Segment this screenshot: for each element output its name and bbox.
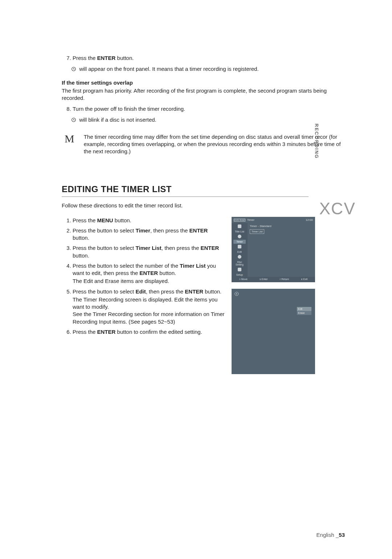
footer-page-number: 53 bbox=[339, 532, 345, 538]
overlap-para: The first program has priority. After re… bbox=[62, 87, 345, 102]
figure-edit-erase: Edit Erase bbox=[232, 289, 315, 374]
edit-icon bbox=[238, 245, 241, 248]
step-3: Press the button to select Timer List, t… bbox=[73, 244, 225, 259]
two-column-area: XCV Press the MENU button. Press the but… bbox=[62, 213, 345, 374]
dvd-ram-icon: DVD RAM bbox=[234, 219, 245, 222]
s2: Press the button to select Timer, then p… bbox=[73, 227, 208, 241]
fig1-body: Timer - Standard Timer List bbox=[248, 223, 315, 277]
t: button. bbox=[115, 55, 134, 61]
timer-icon bbox=[238, 235, 241, 238]
t: Turn the power off to finish the timer r… bbox=[73, 106, 185, 112]
fig1-body-label: Timer - Standard bbox=[250, 224, 313, 228]
footer-lang: English _ bbox=[317, 532, 339, 538]
hint: e Exit bbox=[301, 278, 308, 280]
svg-point-3 bbox=[236, 293, 237, 294]
figure-timer-menu: DVD RAM Timer 12:00 Title List Timer Edi… bbox=[232, 217, 315, 282]
section-heading: EDITING THE TIMER LIST bbox=[62, 184, 345, 194]
step-list-b: Turn the power off to finish the timer r… bbox=[62, 105, 345, 113]
t-bold: ENTER bbox=[97, 55, 116, 61]
step-5: Press the button to select Edit, then pr… bbox=[73, 288, 225, 325]
step-1: Press the MENU button. bbox=[73, 217, 225, 224]
menu-item-edit: Edit bbox=[297, 307, 311, 311]
clock-icon bbox=[71, 117, 76, 122]
note-text: The timer recording time may differ from… bbox=[84, 133, 345, 155]
side-item: Setup bbox=[233, 273, 246, 277]
s4: Press the button to select the number of… bbox=[73, 263, 216, 276]
side-item: Disc Setting bbox=[233, 260, 246, 267]
fig1-footer: > Move s Enter r Return e Exit bbox=[232, 277, 315, 282]
step-8-sub: will blink if a disc is not inserted. bbox=[71, 116, 345, 123]
hint: > Move bbox=[239, 278, 248, 280]
s4x: The Edit and Erase items are displayed. bbox=[73, 278, 225, 285]
step-4: Press the button to select the number of… bbox=[73, 262, 225, 285]
page-footer: English _53 bbox=[317, 532, 345, 538]
step-7: Press the ENTER button. bbox=[73, 54, 345, 62]
manual-page: RECORDING Press the ENTER button. will a… bbox=[0, 0, 392, 396]
side-item: Edit bbox=[233, 250, 246, 254]
t: Timer bbox=[247, 218, 254, 222]
s1: Press the MENU button. bbox=[73, 217, 131, 223]
callout-note: M The timer recording time may differ fr… bbox=[62, 133, 345, 155]
fig1-body-box: Timer List bbox=[250, 229, 264, 234]
side-item: Title List bbox=[233, 230, 246, 234]
hint: s Enter bbox=[260, 278, 268, 280]
step-8: Turn the power off to finish the timer r… bbox=[73, 105, 345, 113]
step-7-text: Press the ENTER button. bbox=[73, 55, 134, 61]
s5x: The Timer Recording screen is displayed.… bbox=[73, 296, 225, 325]
section-rule bbox=[62, 197, 309, 197]
steps-column: Press the MENU button. Press the button … bbox=[62, 213, 225, 339]
step-7-sub: will appear on the front panel. It means… bbox=[71, 65, 345, 73]
gear-icon bbox=[238, 268, 241, 271]
side-item: Timer bbox=[233, 240, 246, 244]
note-glyph: M bbox=[65, 133, 74, 144]
watermark-text: XCV bbox=[319, 199, 356, 218]
t: will appear on the front panel. It means… bbox=[78, 66, 259, 72]
clock-icon bbox=[71, 66, 76, 72]
menu-item-erase: Erase bbox=[297, 311, 311, 315]
s5: Press the button to select Edit, then pr… bbox=[73, 288, 221, 295]
s6: Press the ENTER button to confirm the ed… bbox=[73, 329, 202, 335]
hint: r Return bbox=[280, 278, 289, 280]
section-side-tab: RECORDING bbox=[314, 123, 319, 159]
fig1-top-left: DVD RAM Timer bbox=[234, 218, 254, 222]
overlap-heading: If the timer settings overlap bbox=[62, 80, 345, 86]
fig1-clock: 12:00 bbox=[306, 218, 313, 222]
figures-column: DVD RAM Timer 12:00 Title List Timer Edi… bbox=[232, 217, 315, 374]
s3: Press the button to select Timer List, t… bbox=[73, 245, 219, 258]
step-2: Press the button to select Timer, then p… bbox=[73, 227, 225, 242]
step-list-a: Press the ENTER button. bbox=[62, 54, 345, 62]
section-intro: Follow these directions to edit the time… bbox=[62, 202, 345, 209]
step-6: Press the ENTER button to confirm the ed… bbox=[73, 328, 225, 336]
t: Press the bbox=[73, 55, 97, 61]
fig1-sidebar: Title List Timer Edit Disc Setting Setup bbox=[232, 223, 248, 277]
disc-icon bbox=[234, 292, 239, 297]
t: will blink if a disc is not inserted. bbox=[78, 117, 156, 123]
disc-icon bbox=[238, 255, 241, 259]
fig2-popup-menu: Edit Erase bbox=[297, 307, 311, 349]
title-list-icon bbox=[238, 224, 241, 228]
steps-list: Press the MENU button. Press the button … bbox=[62, 217, 225, 336]
